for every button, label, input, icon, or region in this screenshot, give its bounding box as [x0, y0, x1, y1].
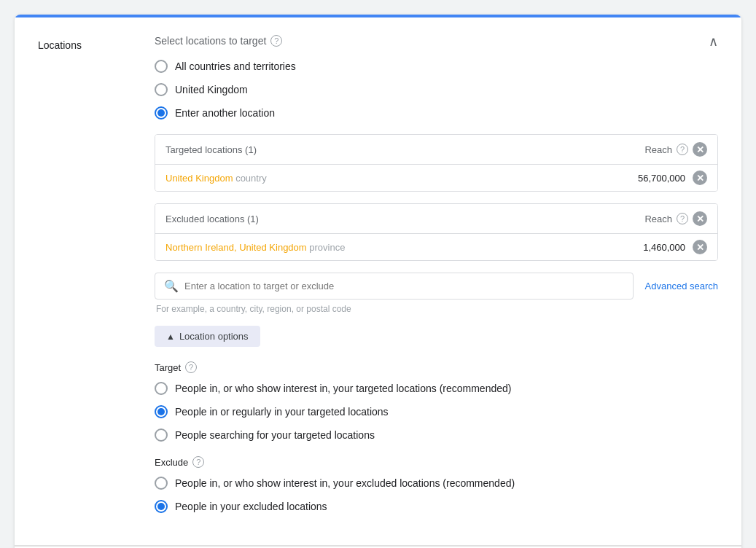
excluded-table-header-label: Excluded locations (1) [165, 214, 259, 224]
excluded-reach-help-icon[interactable]: ? [677, 213, 688, 224]
radio-another[interactable]: Enter another location [155, 106, 718, 120]
search-icon: 🔍 [164, 279, 179, 293]
target-radio-regularly[interactable]: People in or regularly in your targeted … [155, 405, 718, 418]
target-regularly-label: People in or regularly in your targeted … [175, 406, 389, 418]
radio-another-circle [155, 106, 168, 120]
excluded-reach-value: 1,460,000 [643, 242, 685, 253]
locations-card: Locations Select locations to target ? ∧… [15, 15, 741, 548]
section-title-text: Select locations to target [155, 35, 266, 47]
radio-all-countries-label: All countries and territories [175, 60, 296, 72]
target-radio-interest[interactable]: People in, or who show interest in, your… [155, 382, 718, 395]
excluded-close-all-btn[interactable]: ✕ [693, 211, 707, 226]
target-interest-circle [155, 382, 168, 395]
targeted-table-header: Targeted locations (1) Reach ? ✕ [155, 135, 717, 165]
card-body: Locations Select locations to target ? ∧… [15, 17, 741, 545]
targeted-reach-label: Reach [644, 144, 672, 155]
section-title: Select locations to target ? [155, 35, 282, 47]
radio-another-label: Enter another location [175, 107, 275, 119]
advanced-search-link[interactable]: Advanced search [645, 281, 718, 291]
radio-uk-label: United Kingdom [175, 84, 248, 95]
radio-uk[interactable]: United Kingdom [155, 83, 718, 96]
targeted-location-name: United Kingdom country [165, 173, 267, 184]
exclude-interest-label: People in, or who show interest in, your… [175, 477, 515, 489]
section-label: Locations [38, 35, 125, 528]
chevron-up-icon: ▲ [166, 332, 175, 342]
targeted-reach-help-icon[interactable]: ? [677, 144, 688, 155]
search-input-wrap[interactable]: 🔍 [155, 273, 634, 300]
targeted-table-header-label: Targeted locations (1) [165, 144, 257, 155]
excluded-table-header: Excluded locations (1) Reach ? ✕ [155, 204, 717, 234]
targeted-row-close-btn[interactable]: ✕ [693, 171, 707, 185]
table-row: Northern Ireland, United Kingdom provinc… [155, 234, 717, 260]
radio-all-countries[interactable]: All countries and territories [155, 60, 718, 73]
section-header: Select locations to target ? ∧ [155, 35, 718, 48]
exclude-in-label: People in your excluded locations [175, 501, 327, 512]
target-section-label: Target ? [155, 361, 718, 373]
target-regularly-circle [155, 405, 168, 418]
radio-all-countries-circle [155, 60, 168, 73]
exclude-options-group: Exclude ? People in, or who show interes… [155, 456, 718, 513]
targeted-table-header-right: Reach ? ✕ [644, 142, 707, 157]
location-options-label: Location options [179, 331, 249, 342]
section-help-icon[interactable]: ? [270, 35, 282, 47]
exclude-help-icon[interactable]: ? [192, 456, 204, 468]
targeted-locations-table: Targeted locations (1) Reach ? ✕ United … [155, 134, 718, 192]
exclude-section-label: Exclude ? [155, 456, 718, 468]
target-options-group: Target ? People in, or who show interest… [155, 361, 718, 442]
exclude-radio-interest[interactable]: People in, or who show interest in, your… [155, 477, 718, 490]
section-content: Select locations to target ? ∧ All count… [155, 35, 718, 528]
location-options-button[interactable]: ▲ Location options [155, 326, 260, 347]
location-type-radio-group: All countries and territories United Kin… [155, 60, 718, 120]
exclude-interest-circle [155, 477, 168, 490]
radio-uk-circle [155, 83, 168, 96]
excluded-row-right: 1,460,000 ✕ [643, 240, 707, 254]
excluded-row-close-btn[interactable]: ✕ [693, 240, 707, 254]
search-input[interactable] [184, 281, 624, 291]
targeted-close-all-btn[interactable]: ✕ [693, 142, 707, 157]
table-row: United Kingdom country 56,700,000 ✕ [155, 165, 717, 191]
search-row: 🔍 Advanced search [155, 273, 718, 300]
target-interest-label: People in, or who show interest in, your… [175, 383, 511, 394]
exclude-in-circle [155, 500, 168, 513]
target-searching-label: People searching for your targeted locat… [175, 429, 375, 441]
target-help-icon[interactable]: ? [185, 361, 197, 373]
search-hint: For example, a country, city, region, or… [155, 304, 718, 314]
targeted-row-right: 56,700,000 ✕ [638, 171, 707, 185]
excluded-table-header-right: Reach ? ✕ [644, 211, 707, 226]
exclude-radio-group: People in, or who show interest in, your… [155, 477, 718, 513]
exclude-radio-in[interactable]: People in your excluded locations [155, 500, 718, 513]
target-radio-searching[interactable]: People searching for your targeted locat… [155, 428, 718, 442]
excluded-reach-label: Reach [644, 214, 672, 224]
target-radio-group: People in, or who show interest in, your… [155, 382, 718, 442]
targeted-reach-value: 56,700,000 [638, 173, 685, 184]
excluded-location-name: Northern Ireland, United Kingdom provinc… [165, 242, 345, 253]
collapse-icon[interactable]: ∧ [709, 35, 718, 48]
target-searching-circle [155, 428, 168, 442]
excluded-locations-table: Excluded locations (1) Reach ? ✕ Norther… [155, 203, 718, 261]
